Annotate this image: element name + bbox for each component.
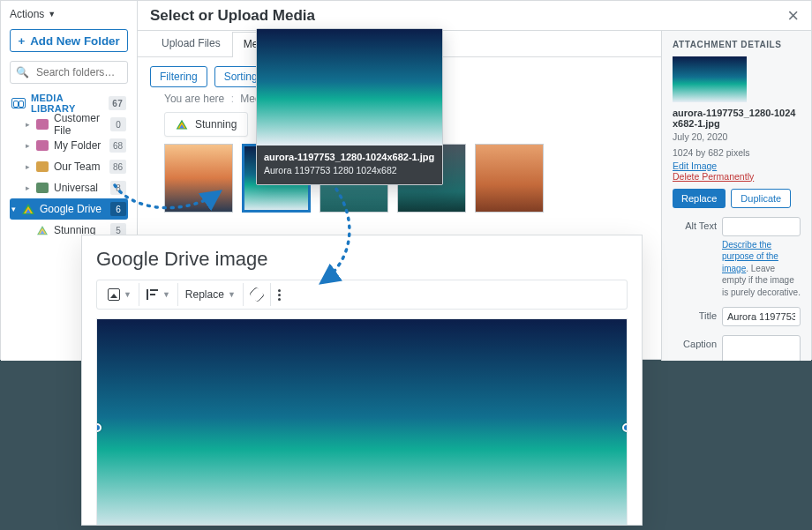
preview-image: [257, 29, 442, 146]
add-folder-label: Add New Folder: [30, 34, 119, 48]
folder-icon: [36, 119, 49, 130]
delete-permanently-link[interactable]: Delete Permanently: [673, 171, 801, 182]
media-library-icon: [11, 98, 26, 108]
close-icon[interactable]: ×: [787, 6, 799, 26]
folder-universal[interactable]: ▸ Universal 8: [10, 177, 128, 198]
align-icon: [147, 289, 159, 300]
alt-text-input[interactable]: [722, 217, 801, 236]
google-drive-icon: [22, 204, 34, 215]
image-icon: [108, 288, 120, 301]
editor-heading: Google Drive image: [82, 235, 642, 280]
folder-search-input[interactable]: 🔍: [10, 61, 128, 84]
vertical-dots-icon: [278, 289, 281, 301]
block-toolbar: ▼ ▼ Replace ▼: [96, 280, 628, 310]
folder-icon: [36, 140, 49, 151]
expand-icon: ▸: [26, 120, 34, 129]
thumbnail-preview-card: aurora-1197753_1280-1024x682-1.jpg Auror…: [256, 28, 443, 185]
tree-root-media-library[interactable]: MEDIA LIBRARY 67: [10, 93, 128, 114]
link-icon: [249, 287, 265, 302]
editor-image: [97, 319, 627, 526]
folder-icon: [36, 161, 49, 172]
folder-label: Universal: [54, 182, 110, 194]
folder-label: Google Drive: [40, 203, 110, 215]
google-drive-icon: [37, 225, 48, 235]
folder-our-team[interactable]: ▸ Our Team 86: [10, 156, 128, 177]
tab-upload-files[interactable]: Upload Files: [150, 31, 232, 56]
folder-label: Customer File: [54, 112, 110, 137]
chevron-down-icon: ▼: [124, 290, 132, 299]
align-button[interactable]: ▼: [139, 283, 178, 306]
attachment-details: ATTACHMENT DETAILS aurora-1197753_1280-1…: [661, 31, 811, 361]
block-type-button[interactable]: ▼: [101, 283, 139, 306]
search-icon: 🔍: [16, 66, 29, 78]
tree-root-label: MEDIA LIBRARY: [31, 93, 109, 114]
badge-count: 86: [109, 160, 126, 174]
preview-caption: aurora-1197753_1280-1024x682-1.jpg Auror…: [257, 146, 442, 184]
chevron-down-icon: ▼: [228, 290, 236, 299]
block-editor-panel: Google Drive image ▼ ▼ Replace ▼: [81, 235, 643, 526]
details-filename: aurora-1197753_1280-1024x682-1.jpg: [673, 108, 801, 129]
filtering-button[interactable]: Filtering: [150, 66, 207, 87]
resize-handle-right[interactable]: [622, 423, 628, 432]
duplicate-button[interactable]: Duplicate: [731, 189, 791, 208]
folder-icon: [36, 183, 49, 193]
title-input[interactable]: [722, 307, 801, 326]
folder-label: My Folder: [54, 139, 109, 152]
badge-count: 0: [110, 117, 126, 131]
preview-filename: aurora-1197753_1280-1024x682-1.jpg: [264, 151, 435, 164]
link-button[interactable]: [244, 283, 271, 306]
badge-count: 68: [109, 138, 126, 153]
thumbnail[interactable]: [164, 144, 233, 213]
caption-input[interactable]: [722, 335, 801, 361]
preview-subline: Aurora 1197753 1280 1024x682: [264, 165, 397, 175]
folder-tree: MEDIA LIBRARY 67 ▸ Customer File 0 ▸ My …: [10, 93, 128, 241]
folder-google-drive[interactable]: ▾ Google Drive 6: [10, 198, 128, 220]
replace-label: Replace: [185, 288, 224, 301]
modal-header: Select or Upload Media ×: [138, 1, 811, 31]
badge-count: 6: [110, 202, 126, 216]
caption-label: Caption: [673, 335, 717, 349]
replace-button[interactable]: Replace: [673, 189, 726, 208]
subfolder-label: Stunning: [195, 118, 237, 131]
plus-icon: +: [18, 34, 25, 48]
expand-icon: ▸: [26, 183, 34, 192]
alt-text-label: Alt Text: [673, 217, 717, 231]
folder-customer-file[interactable]: ▸ Customer File 0: [10, 114, 128, 135]
modal-title: Select or Upload Media: [150, 7, 787, 25]
details-date: July 20, 2020: [673, 131, 801, 145]
thumbnail[interactable]: [475, 144, 544, 213]
badge-count: 8: [110, 181, 126, 195]
folder-label: Our Team: [54, 160, 109, 173]
folder-my-folder[interactable]: ▸ My Folder 68: [10, 135, 128, 156]
expand-icon: ▸: [26, 162, 34, 171]
alt-text-hint: Describe the purpose of the image. Leave…: [722, 239, 801, 299]
edit-image-link[interactable]: Edit Image: [673, 160, 801, 171]
more-options-button[interactable]: [271, 283, 288, 306]
details-dimensions: 1024 by 682 pixels: [673, 146, 801, 160]
expand-icon: ▸: [26, 141, 34, 150]
chevron-down-icon: ▼: [162, 290, 170, 299]
collapse-icon: ▾: [11, 205, 20, 213]
details-thumbnail: [673, 56, 747, 102]
actions-label: Actions: [10, 8, 44, 20]
breadcrumb-prefix: You are here: [164, 93, 224, 105]
breadcrumb-sep: :: [231, 93, 234, 105]
editor-image-wrapper[interactable]: [96, 318, 628, 526]
subfolder-chip-stunning[interactable]: Stunning: [164, 112, 248, 137]
add-folder-button[interactable]: + Add New Folder: [10, 29, 128, 52]
chevron-down-icon: ▼: [48, 10, 56, 19]
title-label: Title: [673, 307, 717, 321]
replace-button[interactable]: Replace ▼: [178, 283, 244, 306]
google-drive-icon: [177, 119, 188, 130]
details-heading: ATTACHMENT DETAILS: [673, 40, 801, 49]
actions-menu[interactable]: Actions ▼: [10, 8, 128, 20]
badge-count: 67: [109, 96, 126, 110]
